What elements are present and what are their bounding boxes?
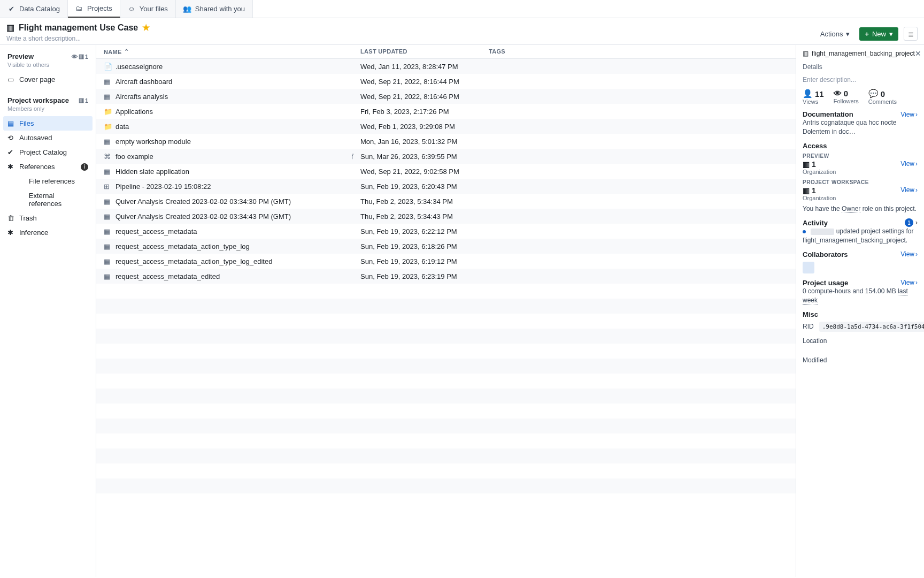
tab-shared[interactable]: 👥 Shared with you [176, 0, 253, 18]
activity-entry: updated project settings for flight_mana… [803, 227, 918, 245]
empty-row [96, 284, 796, 299]
table-row[interactable]: ▦request_access_metadata_action_type_log… [96, 254, 796, 269]
tab-your-files[interactable]: ☺ Your files [120, 0, 176, 18]
file-name: foo example [116, 153, 153, 161]
section-misc: Misc [803, 310, 918, 318]
sidebar-item-inference[interactable]: ✱Inference [3, 225, 93, 240]
org-icon: ▥ [79, 97, 84, 104]
usage-text: 0 compute-hours and 154.00 MB last week [803, 287, 918, 305]
file-name: Pipeline - 2023-02-19 15:08:22 [116, 182, 211, 191]
close-icon[interactable]: ✕ [915, 49, 921, 58]
code-icon: ⌘ [104, 153, 111, 161]
view-documentation-link[interactable]: View› [900, 111, 918, 118]
role-text: You have the Owner role on this project. [803, 204, 918, 214]
sidebar-item-project-catalog[interactable]: ✔Project Catalog [3, 145, 93, 159]
table-icon: ▦ [104, 242, 111, 250]
sidebar-item-trash[interactable]: 🗑Trash [3, 211, 93, 225]
empty-row [96, 434, 796, 448]
file-updated: Sun, Feb 19, 2023, 6:20:43 PM [360, 182, 489, 191]
sidebar-preview-header[interactable]: Preview 👁 ▥ 1 [3, 49, 93, 60]
file-name: request_access_metadata_action_type_log_… [116, 257, 272, 265]
star-icon[interactable]: ★ [142, 22, 150, 33]
file-name: request_access_metadata_action_type_log [116, 242, 250, 250]
density-toggle-button[interactable]: ≣ [904, 27, 918, 41]
table-icon: ▦ [104, 257, 111, 265]
collaborator-avatar[interactable] [803, 262, 814, 273]
page-title: Flight management Use Case [19, 23, 138, 33]
table-row[interactable]: ▦Quiver Analysis Created 2023-02-02 03:3… [96, 209, 796, 224]
eye-icon: 👁 [72, 54, 78, 60]
empty-row [96, 448, 796, 463]
table-row[interactable]: ⊞Pipeline - 2023-02-19 15:08:22Sun, Feb … [96, 179, 796, 194]
table-row[interactable]: ▦request_access_metadataSun, Feb 19, 202… [96, 224, 796, 239]
sidebar-item-cover-page[interactable]: ▭ Cover page [3, 72, 93, 87]
column-name[interactable]: NAME ⌃ [104, 48, 360, 55]
sidebar-item-label: External references [29, 192, 88, 208]
table-row[interactable]: 📄.usecaseignoreWed, Jan 11, 2023, 8:28:4… [96, 59, 796, 74]
branch-icon: ᚶ [351, 153, 355, 159]
empty-row [96, 478, 796, 493]
sidebar-item-file-references[interactable]: File references [3, 174, 93, 188]
view-collaborators-link[interactable]: View› [900, 250, 918, 258]
panel-description-input[interactable]: Enter description... [803, 76, 918, 83]
tab-label: Shared with you [195, 5, 245, 13]
project-catalog-icon: ✔ [7, 148, 15, 156]
sort-asc-icon: ⌃ [124, 48, 129, 55]
file-updated: Thu, Feb 2, 2023, 5:34:34 PM [360, 197, 489, 206]
project-icon: ▥ [6, 22, 14, 33]
table-row[interactable]: ▦request_access_metadata_editedSun, Feb … [96, 269, 796, 284]
file-updated: Wed, Jan 11, 2023, 8:28:47 PM [360, 63, 489, 71]
view-workspace-access-link[interactable]: View› [900, 179, 918, 201]
file-name: Aircrafts analysis [116, 93, 168, 101]
caret-down-icon: ▾ [889, 30, 893, 38]
table-row[interactable]: ▦Aircrafts analysisWed, Sep 21, 2022, 8:… [96, 89, 796, 104]
table-row[interactable]: ▦empty workshop moduleMon, Jan 16, 2023,… [96, 134, 796, 149]
rid-value[interactable]: .9e8d8-1a5d-4734-ac6a-3f1f5040099c [819, 322, 924, 332]
view-usage-link[interactable]: View› [900, 279, 918, 286]
tab-projects[interactable]: 🗂 Projects [68, 0, 120, 18]
file-name: request_access_metadata [116, 227, 197, 235]
chevron-right-icon[interactable]: › [915, 219, 918, 226]
list-density-icon: ≣ [908, 30, 914, 38]
new-button[interactable]: + New ▾ [859, 27, 898, 41]
tab-label: Your files [140, 5, 168, 13]
sidebar-item-label: Project Catalog [19, 148, 67, 156]
file-name: Quiver Analysis Created 2023-02-02 03:34… [116, 212, 291, 220]
sidebar-item-autosaved[interactable]: ⟲Autosaved [3, 131, 93, 145]
description-input[interactable]: Write a short description... [6, 35, 150, 42]
column-tags[interactable]: TAGS [489, 48, 788, 55]
org-icon: ▥ [803, 186, 810, 195]
person-icon: 👤 [803, 89, 813, 98]
empty-row [96, 493, 796, 508]
empty-row [96, 344, 796, 359]
sidebar-item-files[interactable]: ▤Files [3, 116, 93, 131]
file-name: Applications [116, 108, 153, 116]
sidebar-item-references[interactable]: ✱Referencesi [3, 159, 93, 174]
actions-button[interactable]: Actions ▾ [816, 28, 854, 40]
tab-label: Data Catalog [19, 5, 60, 13]
table-row[interactable]: ▦Aircraft dashboardWed, Sep 21, 2022, 8:… [96, 74, 796, 89]
table-row[interactable]: ▦Hidden slate applicationWed, Sep 21, 20… [96, 164, 796, 179]
table-row[interactable]: ⌘foo exampleᚶSun, Mar 26, 2023, 6:39:55 … [96, 149, 796, 164]
pipeline-icon: ⊞ [104, 182, 111, 191]
table-row[interactable]: ▦Quiver Analysis Created 2023-02-02 03:3… [96, 194, 796, 209]
file-name: Aircraft dashboard [116, 78, 172, 86]
sidebar-item-external-references[interactable]: External references [3, 188, 93, 211]
column-updated[interactable]: LAST UPDATED [360, 48, 489, 55]
activity-dot-icon [803, 230, 806, 233]
tab-label: Projects [87, 4, 112, 12]
view-preview-access-link[interactable]: View› [900, 153, 918, 175]
sidebar-workspace-header[interactable]: Project workspace ▥ 1 [3, 93, 93, 104]
header: ▥ Flight management Use Case ★ Write a s… [0, 18, 924, 45]
table-row[interactable]: 📁dataWed, Feb 1, 2023, 9:29:08 PM [96, 119, 796, 134]
panel-title: flight_management_backing_project [812, 50, 915, 57]
file-updated: Fri, Feb 3, 2023, 2:17:26 PM [360, 108, 489, 116]
table-row[interactable]: ▦request_access_metadata_action_type_log… [96, 239, 796, 254]
top-tabs: ✔ Data Catalog 🗂 Projects ☺ Your files 👥… [0, 0, 924, 18]
info-icon[interactable]: i [81, 163, 88, 171]
file-name: empty workshop module [116, 138, 191, 146]
table-row[interactable]: 📁ApplicationsFri, Feb 3, 2023, 2:17:26 P… [96, 104, 796, 119]
tab-data-catalog[interactable]: ✔ Data Catalog [0, 0, 68, 18]
doc-icon: ▦ [104, 197, 111, 206]
file-icon: 📄 [104, 63, 111, 71]
